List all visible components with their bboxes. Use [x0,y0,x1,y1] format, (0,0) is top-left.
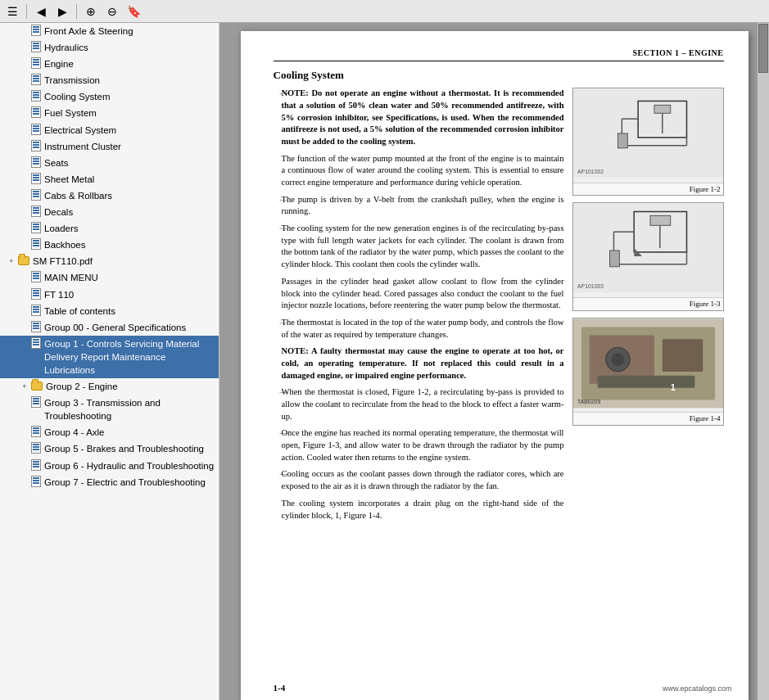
sidebar-label-group-5-brakes: Group 5 - Brakes and Troubleshooting [44,442,215,455]
expand-icon-group-2-engine[interactable]: + [20,382,29,391]
bookmark-icon[interactable]: 🔖 [126,4,141,19]
sidebar-label-instrument-cluster: Instrument Cluster [44,140,215,153]
forward-icon[interactable]: ▶ [55,4,70,19]
doc-icon-group-6-hydraulic [31,459,41,471]
svg-rect-26 [597,376,694,388]
sidebar-item-group-4-axle[interactable]: Group 4 - Axle [0,424,219,440]
para-text-3: The cooling system for the new generatio… [282,223,564,271]
sidebar-item-main-menu[interactable]: MAIN MENU [0,269,219,286]
sidebar-label-ft110: FT 110 [44,288,215,301]
sidebar-item-group-1-controls[interactable]: Group 1 - Controls Servicing Material De… [0,336,219,378]
paragraph-10: The cooling system incorporates a drain … [274,498,564,522]
svg-rect-2 [654,106,670,114]
folder-icon-sm-ft110 [18,256,29,265]
doc-icon-ft110 [31,288,41,300]
svg-point-25 [611,353,624,366]
sidebar-item-cooling-system[interactable]: Cooling System [0,88,219,105]
sidebar-item-decals[interactable]: Decals [0,204,219,220]
svg-rect-0 [573,89,723,178]
doc-icon-electrical-system [31,124,41,135]
doc-icon-group-4-axle [31,426,41,437]
sidebar-item-front-axle[interactable]: Front Axle & Steering [0,23,219,39]
doc-header: SECTION 1 – ENGINE [274,47,724,61]
sidebar-label-seats: Seats [44,156,215,169]
paragraph-3: —The cooling system for the new generati… [274,223,564,271]
doc-icon-group-7-electric [31,476,41,487]
sidebar-item-backhoes[interactable]: Backhoes [0,237,219,253]
sidebar-item-table-of-contents[interactable]: Table of contents [0,303,219,319]
sidebar-label-table-of-contents: Table of contents [44,305,215,318]
sidebar-item-hydraulics[interactable]: Hydraulics [0,39,219,56]
doc-icon-group-1-controls [31,337,41,349]
sidebar-item-engine[interactable]: Engine [0,56,219,72]
doc-icon-loaders [31,222,41,233]
para-text-2: The pump is driven by a V-belt from the … [282,194,564,218]
zoom-out-icon[interactable]: ⊖ [105,4,120,19]
sidebar-item-loaders[interactable]: Loaders [0,220,219,237]
dash-marker-3: — [280,223,288,234]
sidebar-item-seats[interactable]: Seats [0,155,219,171]
doc-icon-table-of-contents [31,305,41,316]
back-icon[interactable]: ◀ [34,4,48,19]
menu-icon[interactable]: ☰ [5,4,20,19]
sidebar-item-sm-ft110[interactable]: +SM FT110.pdf [0,253,219,269]
dash-marker-9: — [280,468,288,480]
para-text-6: NOTE: A faulty thermostat may cause the … [282,345,564,382]
sidebar-item-sheet-metal[interactable]: Sheet Metal [0,171,219,187]
para-text-9: Cooling occurs as the coolant passes dow… [282,468,564,492]
doc-body: —NOTE: Do not operate an engine without … [274,88,724,526]
doc-icon-group-3-transmission [31,396,41,408]
sidebar-item-group-2-engine[interactable]: +Group 2 - Engine [0,378,219,395]
sidebar-label-hydraulics: Hydraulics [44,41,215,54]
sidebar-item-instrument-cluster[interactable]: Instrument Cluster [0,138,219,155]
sidebar-item-ft110[interactable]: FT 110 [0,287,219,303]
paragraph-9: —Cooling occurs as the coolant passes do… [274,468,564,492]
sidebar-label-electrical-system: Electrical System [44,124,215,137]
doc-icon-engine [31,57,41,69]
dash-marker-5: — [280,317,288,328]
sidebar-item-group-00[interactable]: Group 00 - General Specifications [0,319,219,336]
content-scrollbar[interactable] [758,23,769,700]
sidebar-item-fuel-system[interactable]: Fuel System [0,105,219,121]
section-title: Cooling System [274,68,724,83]
doc-icon-seats [31,156,41,168]
figure-caption-2: Figure 1-4 [573,412,723,425]
dash-marker-7: — [280,386,288,398]
document-page: SECTION 1 – ENGINE Cooling System —NOTE:… [241,31,749,700]
paragraph-6: NOTE: A faulty thermostat may cause the … [274,345,564,382]
figure-caption-1: Figure 1-3 [573,297,723,310]
dash-marker-2: — [280,194,288,205]
para-text-1: The function of the water pump mounted a… [282,153,564,189]
sidebar-label-group-4-axle: Group 4 - Axle [44,426,215,439]
sidebar-item-group-3-transmission[interactable]: Group 3 - Transmission and Troubleshooti… [0,395,219,424]
sidebar-label-engine: Engine [44,57,215,70]
toolbar-separator-2 [76,4,77,19]
sidebar: Front Axle & SteeringHydraulicsEngineTra… [0,23,219,700]
svg-text:AP101002: AP101002 [577,169,603,175]
sidebar-item-transmission[interactable]: Transmission [0,72,219,88]
doc-icon-backhoes [31,238,41,250]
svg-rect-8 [617,133,627,148]
doc-text-column: —NOTE: Do not operate an engine without … [274,88,564,526]
sidebar-item-group-7-electric[interactable]: Group 7 - Electric and Troubleshooting [0,474,219,490]
sidebar-label-decals: Decals [44,205,215,219]
doc-icon-cooling-system [31,90,41,102]
svg-rect-10 [573,204,723,293]
sidebar-item-electrical-system[interactable]: Electrical System [0,122,219,138]
sidebar-item-group-5-brakes[interactable]: Group 5 - Brakes and Troubleshooting [0,440,219,457]
para-text-7: When the thermostat is closed, Figure 1-… [282,386,564,422]
scrollbar-thumb[interactable] [758,24,768,73]
figure-box-0: AP101002 Figure 1-2 [572,88,724,196]
sidebar-item-group-6-hydraulic[interactable]: Group 6 - Hydraulic and Troubleshooting [0,458,219,474]
expand-icon-sm-ft110[interactable]: + [7,256,16,266]
doc-icon-instrument-cluster [31,140,41,151]
paragraph-2: —The pump is driven by a V-belt from the… [274,194,564,218]
sidebar-label-sheet-metal: Sheet Metal [44,173,215,186]
para-text-10: The cooling system incorporates a drain … [282,498,564,522]
sidebar-label-cabs-rollbars: Cabs & Rollbars [44,189,215,202]
zoom-in-icon[interactable]: ⊕ [84,4,98,19]
figure-svg-2: 1 TAB0209 [573,318,723,409]
sidebar-item-cabs-rollbars[interactable]: Cabs & Rollbars [0,187,219,204]
main-layout: Front Axle & SteeringHydraulicsEngineTra… [0,23,769,700]
figure-svg-0: AP101002 [573,88,723,178]
